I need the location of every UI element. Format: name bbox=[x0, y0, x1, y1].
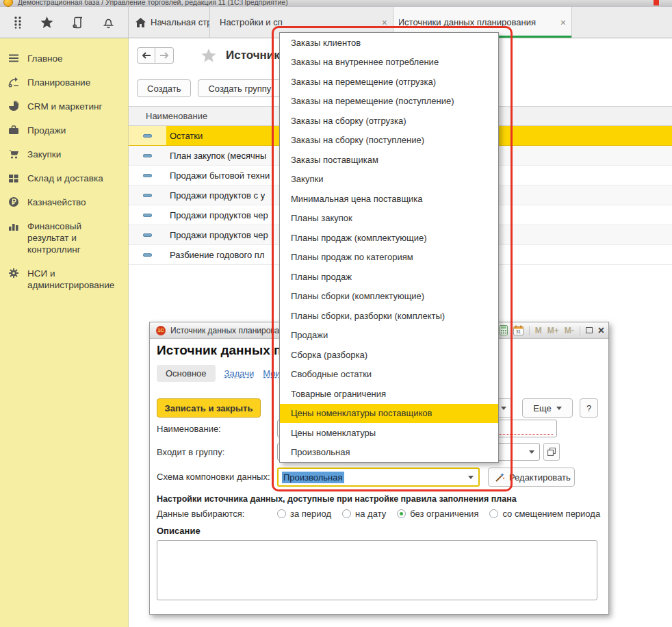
radio-icon[interactable] bbox=[342, 509, 351, 518]
chevron-down-icon[interactable] bbox=[529, 450, 534, 454]
sidebar-item-planning[interactable]: Планирование bbox=[0, 71, 128, 94]
data-select-label: Данные выбираются: bbox=[157, 509, 244, 519]
dropdown-item-label: Планы продаж (комплектующие) bbox=[291, 233, 427, 243]
radio-option[interactable]: со смещением периода bbox=[489, 509, 600, 519]
create-button[interactable]: Создать bbox=[137, 79, 191, 97]
radio-icon[interactable] bbox=[489, 509, 498, 518]
svg-text:31: 31 bbox=[516, 329, 521, 334]
dropdown-item[interactable]: Заказы на сборку (поступление) bbox=[280, 131, 498, 151]
radio-icon[interactable] bbox=[277, 509, 286, 518]
row-type-cell bbox=[129, 126, 166, 145]
dropdown-item-label: Заказы клиентов bbox=[291, 38, 361, 48]
maximize-icon[interactable] bbox=[586, 327, 593, 333]
more-button[interactable]: Еще bbox=[522, 398, 573, 418]
sidebar-item-purchases[interactable]: Закупки bbox=[0, 142, 128, 166]
row-label: Продажи продуктов чер bbox=[166, 230, 268, 240]
chevron-down-icon[interactable] bbox=[468, 476, 474, 479]
radio-option[interactable]: на дату bbox=[342, 509, 386, 519]
dropdown-item[interactable]: Заказы клиентов bbox=[280, 33, 498, 53]
pie-chart-icon bbox=[8, 101, 19, 112]
edit-button-label: Редактировать bbox=[509, 472, 571, 483]
radio-icon[interactable] bbox=[397, 509, 406, 518]
settings-section-title: Настройки источника данных, доступные пр… bbox=[157, 494, 517, 504]
dropdown-item[interactable]: Заказы на сборку (отгрузка) bbox=[280, 111, 498, 131]
close-icon[interactable]: × bbox=[598, 326, 604, 335]
dialog-tab-tasks[interactable]: Задачи bbox=[224, 368, 255, 379]
sidebar-item-crm[interactable]: CRM и маркетинг bbox=[0, 94, 128, 118]
dropdown-item[interactable]: Цены номенклатуры поставщиков bbox=[280, 404, 498, 424]
row-type-cell bbox=[129, 225, 166, 244]
element-dash-icon bbox=[143, 134, 152, 138]
save-and-close-button[interactable]: Записать и закрыть bbox=[157, 398, 261, 418]
create-group-button[interactable]: Создать группу bbox=[198, 79, 281, 97]
calendar-icon[interactable]: 31 bbox=[513, 325, 524, 335]
memory-mplus-button[interactable]: M+ bbox=[547, 326, 559, 335]
menu-icon bbox=[8, 53, 19, 64]
forward-button[interactable] bbox=[155, 47, 174, 64]
tab-settings-close-icon[interactable]: × bbox=[382, 18, 387, 27]
dropdown-item[interactable]: Заказы на внутреннее потребление bbox=[280, 53, 498, 73]
dropdown-item[interactable]: Сборка (разборка) bbox=[280, 345, 498, 365]
favorites-star-icon[interactable] bbox=[40, 16, 53, 29]
calculator-icon[interactable] bbox=[500, 325, 508, 335]
dropdown-item[interactable]: Минимальная цена поставщика bbox=[280, 189, 498, 209]
group-field-label: Входит в группу: bbox=[157, 447, 224, 457]
notifications-bell-icon[interactable] bbox=[103, 16, 114, 29]
dialog-tab-main[interactable]: Основное bbox=[157, 365, 216, 382]
radio-option[interactable]: без ограничения bbox=[397, 509, 478, 519]
edit-button[interactable]: Редактировать bbox=[488, 468, 575, 487]
dropdown-item-label: Заказы на перемещение (отгрузка) bbox=[291, 77, 436, 87]
sidebar-item-main[interactable]: Главное bbox=[0, 47, 128, 71]
1c-logo-icon: 1С bbox=[156, 326, 166, 335]
sidebar-item-warehouse[interactable]: Склад и доставка bbox=[0, 166, 128, 190]
schema-field-label: Схема компоновки данных: bbox=[157, 472, 270, 482]
element-dash-icon bbox=[143, 253, 152, 257]
group-pick-button[interactable] bbox=[543, 443, 560, 461]
bar-chart-icon bbox=[8, 220, 19, 231]
tab-planning-sources-close-icon[interactable]: × bbox=[560, 18, 566, 27]
dropdown-item[interactable]: Планы закупок bbox=[280, 209, 498, 229]
dropdown-item-label: Планы закупок bbox=[291, 213, 352, 223]
dropdown-item[interactable]: Закупки bbox=[280, 170, 498, 190]
tab-home[interactable]: Начальная страница bbox=[129, 7, 210, 38]
sidebar-item-treasury[interactable]: Казначейство bbox=[0, 190, 128, 214]
dropdown-item-label: Произвольная bbox=[291, 447, 350, 457]
dropdown-item[interactable]: Заказы на перемещение (отгрузка) bbox=[280, 72, 498, 92]
memory-m-button[interactable]: M bbox=[535, 326, 542, 335]
sidebar-item-admin[interactable]: НСИ и администрирование bbox=[0, 261, 128, 297]
back-button[interactable] bbox=[137, 47, 155, 64]
radio-option[interactable]: за период bbox=[277, 509, 331, 519]
cart-icon bbox=[8, 149, 19, 159]
sidebar-item-label: НСИ и администрирование bbox=[27, 268, 122, 291]
menu-dots-icon[interactable] bbox=[14, 16, 22, 29]
dropdown-item[interactable]: Планы продаж по категориям bbox=[280, 248, 498, 268]
chevron-down-icon bbox=[501, 407, 506, 410]
dropdown-item[interactable]: Заказы поставщикам bbox=[280, 150, 498, 170]
dropdown-item[interactable]: Товарные ограничения bbox=[280, 384, 498, 404]
favorite-star-icon[interactable] bbox=[201, 49, 216, 63]
element-dash-icon bbox=[143, 214, 152, 217]
row-label: Продажи продуктов с у bbox=[166, 190, 265, 201]
dropdown-item[interactable]: Планы сборки, разборки (комплекты) bbox=[280, 306, 498, 326]
window-title: Демонстрационная база / Управление торго… bbox=[18, 0, 288, 6]
sidebar-item-label: Главное bbox=[27, 53, 63, 64]
schema-combobox[interactable]: Произвольная bbox=[277, 468, 480, 487]
sidebar-item-finance[interactable]: Финансовый результат и контроллинг bbox=[0, 214, 128, 261]
dropdown-item[interactable]: Заказы на перемещение (поступление) bbox=[280, 92, 498, 112]
dropdown-item[interactable]: Планы сборки (комплектующие) bbox=[280, 287, 498, 307]
dropdown-item[interactable]: Произвольная bbox=[280, 443, 498, 463]
dropdown-item-label: Заказы на сборку (поступление) bbox=[291, 135, 424, 145]
dropdown-item[interactable]: Продажи bbox=[280, 326, 498, 346]
dropdown-item[interactable]: Свободные остатки bbox=[280, 365, 498, 385]
dropdown-item[interactable]: Планы продаж (комплектующие) bbox=[280, 228, 498, 248]
history-scroll-icon[interactable] bbox=[72, 16, 84, 29]
description-textarea[interactable] bbox=[157, 540, 597, 600]
row-type-cell bbox=[129, 146, 166, 165]
row-type-cell bbox=[129, 185, 166, 205]
dropdown-item[interactable]: Планы продаж bbox=[280, 267, 498, 287]
help-button[interactable]: ? bbox=[580, 398, 598, 418]
dialog-tab-my[interactable]: Мои bbox=[263, 368, 280, 379]
dropdown-item[interactable]: Цены номенклатуры bbox=[280, 423, 498, 443]
memory-mminus-button[interactable]: M- bbox=[565, 326, 574, 335]
sidebar-item-sales[interactable]: Продажи bbox=[0, 118, 128, 142]
